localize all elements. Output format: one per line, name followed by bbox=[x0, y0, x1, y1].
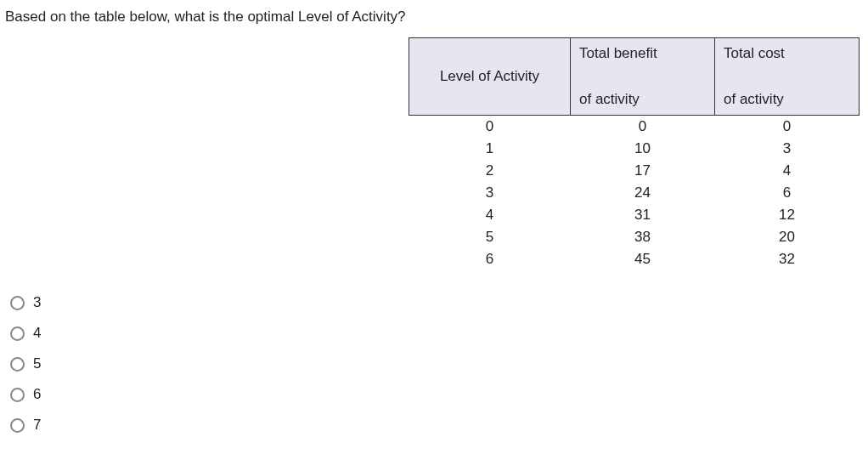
option-label: 4 bbox=[33, 325, 41, 342]
header-cost: Total cost of activity bbox=[715, 38, 860, 116]
answer-options: 3 4 5 6 7 bbox=[10, 287, 863, 440]
cell-benefit: 17 bbox=[571, 160, 715, 182]
option-6[interactable]: 6 bbox=[10, 379, 863, 410]
cell-cost: 6 bbox=[715, 182, 860, 204]
cell-level: 3 bbox=[409, 182, 571, 204]
cell-benefit: 45 bbox=[571, 248, 715, 270]
option-label: 3 bbox=[33, 294, 41, 311]
radio-4[interactable] bbox=[10, 326, 25, 341]
cell-level: 0 bbox=[409, 116, 571, 139]
header-cost-line1: Total cost bbox=[724, 45, 850, 62]
table-body: 0 0 0 1 10 3 2 17 4 3 24 6 4 31 bbox=[409, 116, 860, 271]
radio-6[interactable] bbox=[10, 388, 25, 402]
header-cost-line2: of activity bbox=[724, 91, 850, 108]
cell-cost: 4 bbox=[715, 160, 860, 182]
option-label: 6 bbox=[33, 386, 41, 403]
option-5[interactable]: 5 bbox=[10, 349, 863, 379]
question-text: Based on the table below, what is the op… bbox=[5, 9, 863, 26]
option-7[interactable]: 7 bbox=[10, 410, 863, 440]
cell-benefit: 31 bbox=[571, 204, 715, 226]
cell-benefit: 10 bbox=[571, 138, 715, 160]
cell-cost: 32 bbox=[715, 248, 860, 270]
table-row: 6 45 32 bbox=[409, 248, 860, 270]
table-row: 0 0 0 bbox=[409, 116, 860, 139]
radio-7[interactable] bbox=[10, 418, 25, 433]
header-benefit: Total benefit of activity bbox=[571, 38, 715, 116]
cell-benefit: 24 bbox=[571, 182, 715, 204]
table-row: 5 38 20 bbox=[409, 226, 860, 248]
data-table: Level of Activity Total benefit of activ… bbox=[409, 37, 860, 270]
header-benefit-line2: of activity bbox=[579, 91, 706, 108]
cell-benefit: 38 bbox=[571, 226, 715, 248]
table-row: 4 31 12 bbox=[409, 204, 860, 226]
cell-level: 5 bbox=[409, 226, 571, 248]
cell-cost: 12 bbox=[715, 204, 860, 226]
cell-cost: 3 bbox=[715, 138, 860, 160]
cell-level: 4 bbox=[409, 204, 571, 226]
option-3[interactable]: 3 bbox=[10, 287, 863, 318]
radio-5[interactable] bbox=[10, 357, 25, 372]
cell-cost: 0 bbox=[715, 116, 860, 139]
radio-3[interactable] bbox=[10, 296, 25, 310]
header-benefit-line1: Total benefit bbox=[579, 45, 706, 62]
cell-level: 2 bbox=[409, 160, 571, 182]
table-row: 1 10 3 bbox=[409, 138, 860, 160]
table-row: 3 24 6 bbox=[409, 182, 860, 204]
table-header-row: Level of Activity Total benefit of activ… bbox=[409, 38, 860, 116]
option-4[interactable]: 4 bbox=[10, 318, 863, 349]
cell-level: 1 bbox=[409, 138, 571, 160]
data-table-container: Level of Activity Total benefit of activ… bbox=[409, 37, 863, 270]
cell-level: 6 bbox=[409, 248, 571, 270]
header-level: Level of Activity bbox=[409, 38, 571, 116]
cell-benefit: 0 bbox=[571, 116, 715, 139]
table-row: 2 17 4 bbox=[409, 160, 860, 182]
cell-cost: 20 bbox=[715, 226, 860, 248]
option-label: 7 bbox=[33, 417, 41, 434]
option-label: 5 bbox=[33, 355, 41, 372]
